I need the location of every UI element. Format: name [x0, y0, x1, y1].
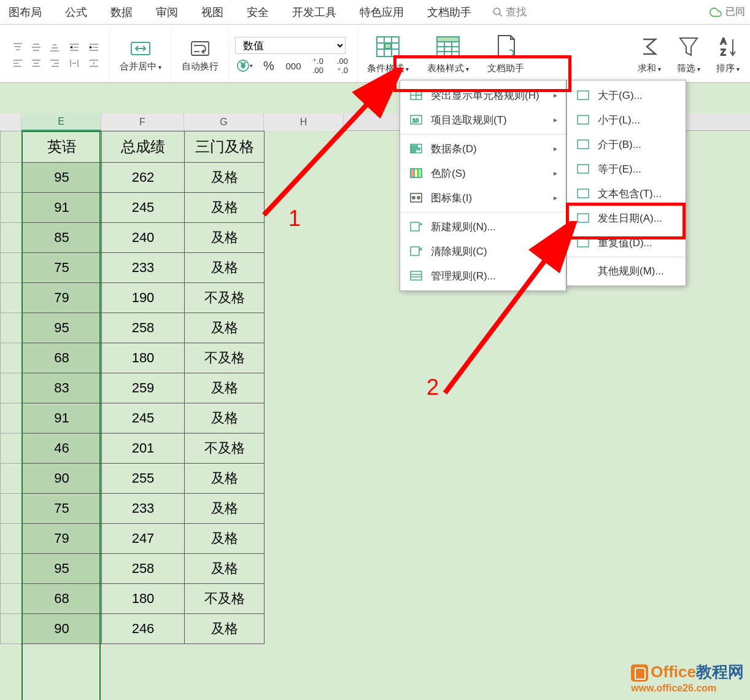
cell-total[interactable]: 201: [102, 434, 185, 464]
search-box[interactable]: 查找: [492, 5, 527, 19]
row-stub[interactable]: [1, 494, 22, 524]
header-total[interactable]: 总成绩: [102, 131, 185, 163]
tab-dochelper[interactable]: 文档助手: [425, 1, 474, 23]
cell-english[interactable]: 95: [22, 554, 102, 584]
filter-button[interactable]: 筛选▾: [675, 33, 702, 77]
cell-total[interactable]: 190: [102, 283, 185, 313]
cell-pass[interactable]: 及格: [185, 373, 265, 403]
conditional-format-button[interactable]: 条件格式▾: [367, 33, 409, 77]
header-english[interactable]: 英语: [22, 131, 102, 163]
menu-new-rule[interactable]: 新建规则(N)...: [400, 214, 566, 239]
increase-decimal-button[interactable]: ⁺.0.00: [309, 58, 327, 74]
cell-english[interactable]: 68: [22, 584, 102, 614]
number-format-dropdown[interactable]: 数值: [235, 37, 346, 54]
cell-total[interactable]: 233: [102, 494, 185, 524]
table-style-button[interactable]: 表格样式▾: [427, 33, 469, 77]
tab-devtools[interactable]: 开发工具: [290, 1, 339, 23]
align-center-button[interactable]: [28, 56, 44, 70]
cell-total[interactable]: 258: [102, 313, 185, 343]
col-header-H[interactable]: H: [264, 114, 344, 131]
tab-data[interactable]: 数据: [108, 1, 135, 23]
tab-special[interactable]: 特色应用: [357, 1, 406, 23]
menu-data-bars[interactable]: 数据条(D)▸: [400, 136, 566, 161]
cell-total[interactable]: 255: [102, 464, 185, 494]
col-header-E[interactable]: E: [21, 114, 101, 131]
cell-english[interactable]: 75: [22, 253, 102, 283]
menu-icon-sets[interactable]: 图标集(I)▸: [400, 185, 566, 210]
menu-top-bottom-rules[interactable]: 10 项目选取规则(T)▸: [400, 107, 566, 132]
col-header-F[interactable]: F: [101, 114, 184, 131]
row-stub[interactable]: [1, 223, 22, 253]
cell-total[interactable]: 247: [102, 524, 185, 554]
cell-total[interactable]: 240: [102, 223, 185, 253]
submenu-text-contains[interactable]: 文本包含(T)...: [567, 181, 686, 206]
cell-english[interactable]: 79: [22, 283, 102, 313]
cell-pass[interactable]: 及格: [185, 313, 265, 343]
cell-pass[interactable]: 及格: [185, 524, 265, 554]
submenu-duplicate-values[interactable]: 重复值(D)...: [567, 230, 686, 255]
sum-button[interactable]: 求和▾: [636, 33, 663, 77]
cell-total[interactable]: 262: [102, 163, 185, 193]
cell-total[interactable]: 233: [102, 253, 185, 283]
menu-color-scales[interactable]: 色阶(S)▸: [400, 161, 566, 185]
align-top-button[interactable]: [10, 41, 26, 54]
row-stub[interactable]: [1, 283, 22, 313]
submenu-equal-to[interactable]: 等于(E)...: [567, 157, 686, 181]
cell-english[interactable]: 90: [22, 464, 102, 494]
col-header-stub[interactable]: [0, 114, 21, 131]
sort-button[interactable]: AZ 排序▾: [714, 33, 741, 77]
cell-english[interactable]: 95: [22, 163, 102, 193]
decrease-decimal-button[interactable]: .00⁺.0: [333, 58, 352, 74]
col-header-G[interactable]: G: [184, 114, 264, 131]
decrease-indent-button[interactable]: [66, 41, 82, 54]
distribute-h-button[interactable]: [66, 56, 82, 70]
row-stub[interactable]: [1, 554, 22, 584]
merge-center-button[interactable]: 合并居中▾: [116, 36, 165, 75]
cell-pass[interactable]: 不及格: [185, 283, 265, 313]
cell-pass[interactable]: 及格: [185, 494, 265, 524]
row-stub[interactable]: [1, 403, 22, 434]
header-pass[interactable]: 三门及格: [185, 131, 265, 163]
align-right-button[interactable]: [47, 56, 63, 70]
menu-manage-rules[interactable]: 管理规则(R)...: [400, 263, 566, 288]
row-stub[interactable]: [1, 373, 22, 403]
submenu-greater-than[interactable]: 大于(G)...: [567, 83, 686, 107]
currency-button[interactable]: ¥▾: [235, 58, 253, 74]
row-stub[interactable]: [1, 343, 22, 373]
cell-pass[interactable]: 及格: [185, 614, 265, 644]
increase-indent-button[interactable]: [86, 41, 102, 54]
cell-pass[interactable]: 及格: [185, 554, 265, 584]
row-stub[interactable]: [1, 584, 22, 614]
tab-review[interactable]: 审阅: [153, 1, 180, 23]
cell-english[interactable]: 68: [22, 343, 102, 373]
cell-pass[interactable]: 不及格: [185, 343, 265, 373]
cell-english[interactable]: 79: [22, 524, 102, 554]
row-stub[interactable]: [1, 253, 22, 283]
cell-pass[interactable]: 及格: [185, 253, 265, 283]
row-stub[interactable]: [1, 313, 22, 343]
cell-english[interactable]: 95: [22, 313, 102, 343]
cell-english[interactable]: 85: [22, 223, 102, 253]
distribute-v-button[interactable]: [86, 56, 102, 70]
cell-pass[interactable]: 及格: [185, 403, 265, 434]
cell-total[interactable]: 180: [102, 584, 185, 614]
row-stub[interactable]: [1, 434, 22, 464]
row-stub[interactable]: [1, 193, 22, 223]
row-stub[interactable]: [1, 163, 22, 193]
submenu-more-rules[interactable]: 其他规则(M)...: [567, 259, 686, 283]
tab-layout[interactable]: 图布局: [6, 1, 44, 23]
cell-pass[interactable]: 及格: [185, 464, 265, 494]
tab-security[interactable]: 安全: [244, 1, 271, 23]
cell-english[interactable]: 75: [22, 494, 102, 524]
cell-total[interactable]: 258: [102, 554, 185, 584]
row-stub[interactable]: [1, 614, 22, 644]
cell-english[interactable]: 46: [22, 434, 102, 464]
row-stub[interactable]: [1, 464, 22, 494]
cell-pass[interactable]: 及格: [185, 223, 265, 253]
cell-total[interactable]: 245: [102, 403, 185, 434]
doc-helper-button[interactable]: 文档助手: [487, 33, 524, 77]
row-stub[interactable]: [1, 131, 22, 163]
row-stub[interactable]: [1, 524, 22, 554]
cell-english[interactable]: 90: [22, 614, 102, 644]
submenu-between[interactable]: 介于(B)...: [567, 132, 686, 157]
